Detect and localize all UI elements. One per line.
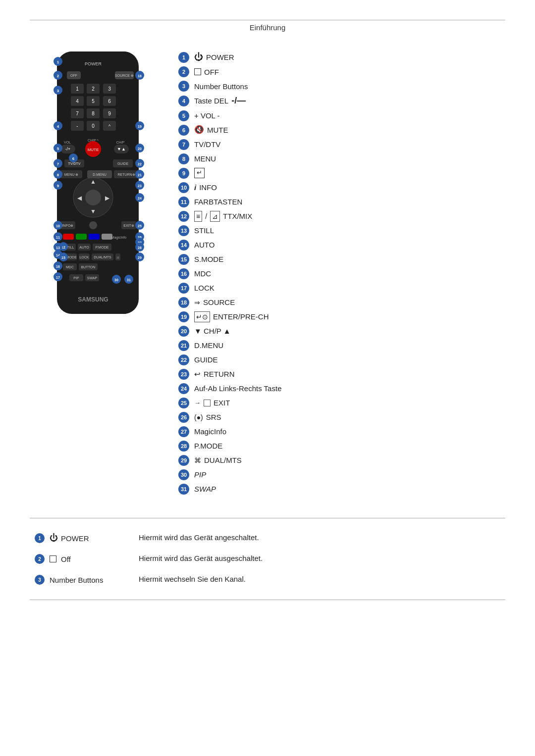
legend-text-20: ▼ CH/P ▲ xyxy=(194,326,231,336)
legend-item: 12 ≡ / ⊿ TTX/MIX xyxy=(178,211,505,222)
svg-text:13: 13 xyxy=(56,246,60,250)
legend-item: 1 ⏻ POWER xyxy=(178,51,505,63)
legend-item: 13 STILL xyxy=(178,225,505,236)
info-i-icon: i xyxy=(194,183,196,193)
legend-item: 20 ▼ CH/P ▲ xyxy=(178,326,505,337)
svg-text:2: 2 xyxy=(57,74,59,78)
legend-num-17: 17 xyxy=(178,283,189,294)
legend-text-25: → EXIT xyxy=(194,398,230,408)
legend-item: 22 GUIDE xyxy=(178,354,505,365)
svg-text:16: 16 xyxy=(56,265,60,268)
legend-text-7: TV/DTV xyxy=(194,140,220,150)
svg-text:SAMSUNG: SAMSUNG xyxy=(78,296,108,303)
legend-item: 23 ↩ RETURN xyxy=(178,369,505,380)
enter-icon: ↵ xyxy=(194,168,205,178)
svg-text:15: 15 xyxy=(61,256,65,259)
mute-icon: 🔇 xyxy=(194,125,204,135)
legend-num-26: 26 xyxy=(178,412,189,423)
svg-text:D.MENU: D.MENU xyxy=(93,173,107,176)
legend-text-11: FARBTASTEN xyxy=(194,197,242,207)
legend-text-12: ≡ / ⊿ TTX/MIX xyxy=(194,211,252,222)
svg-text:6: 6 xyxy=(72,156,75,161)
legend-num-11: 11 xyxy=(178,197,189,207)
svg-text:SOURCE ⊕: SOURCE ⊕ xyxy=(115,74,134,77)
legend-text-26: (●) SRS xyxy=(194,412,221,422)
svg-text:5: 5 xyxy=(92,99,95,104)
legend-num-28: 28 xyxy=(178,441,189,452)
legend-num-14: 14 xyxy=(178,240,189,251)
legend-item: 25 → EXIT xyxy=(178,398,505,408)
legend-item: 19 ↵⊙ ENTER/PRE-CH xyxy=(178,311,505,322)
svg-text:4: 4 xyxy=(57,124,59,129)
svg-text:PIP: PIP xyxy=(73,276,79,280)
page-header: Einführung xyxy=(30,23,505,32)
desc-num-3: 3 xyxy=(35,575,45,585)
legend-text-8: MENU xyxy=(194,154,216,164)
legend-num-10: 10 xyxy=(178,182,189,193)
legend-num-5: 5 xyxy=(178,110,189,121)
svg-text:1: 1 xyxy=(57,60,59,64)
svg-text:10: 10 xyxy=(56,224,60,228)
legend-text-10: i INFO xyxy=(194,183,217,193)
svg-text:8: 8 xyxy=(57,173,59,177)
svg-text:GUIDE: GUIDE xyxy=(117,162,129,165)
legend-num-15: 15 xyxy=(178,254,189,265)
legend-text-27: MagicInfo xyxy=(194,427,226,437)
legend-item: 4 Taste DEL -/— xyxy=(178,95,505,106)
legend-item: 26 (●) SRS xyxy=(178,412,505,423)
legend-text-21: D.MENU xyxy=(194,341,223,351)
desc-text-1: Hiermit wird das Gerät angeschaltet. xyxy=(139,533,505,542)
legend-num-27: 27 xyxy=(178,426,189,437)
off-square-icon xyxy=(194,68,201,75)
legend-item: 17 LOCK xyxy=(178,283,505,294)
page-container: Einführung POWER OFF SOURCE ⊕ 1 xyxy=(0,0,535,630)
source-icon: ⇒ xyxy=(194,298,200,307)
desc-item-1: 1 ⏻ POWER Hiermit wird das Gerät angesch… xyxy=(30,533,505,543)
legend-text-3: Number Buttons xyxy=(194,82,248,92)
legend-item: 10 i INFO xyxy=(178,182,505,193)
svg-text:▶: ▶ xyxy=(105,195,110,202)
svg-text:4: 4 xyxy=(76,99,79,104)
svg-text:7: 7 xyxy=(57,162,59,166)
legend-item: 2 OFF xyxy=(178,66,505,77)
srs-icon: (●) xyxy=(194,413,203,422)
svg-text:22: 22 xyxy=(138,162,142,166)
legend-text-19: ↵⊙ ENTER/PRE-CH xyxy=(194,311,269,322)
del-icon: -/— xyxy=(231,95,246,106)
svg-text:MENU ⊕: MENU ⊕ xyxy=(64,173,79,176)
svg-text:DUAL/MTS: DUAL/MTS xyxy=(94,255,111,259)
legend-num-4: 4 xyxy=(178,96,189,106)
desc-item-3: 3 Number Buttons Hiermit wechseln Sie de… xyxy=(30,575,505,585)
legend-num-21: 21 xyxy=(178,340,189,351)
legend-num-30: 30 xyxy=(178,469,189,480)
remote-illustration: POWER OFF SOURCE ⊕ 1 2 3 4 5 xyxy=(30,47,163,325)
power-icon: ⏻ xyxy=(194,51,203,63)
svg-text:18: 18 xyxy=(138,74,142,78)
desc-label-2: 2 Off xyxy=(30,554,139,564)
legend-num-9: 9 xyxy=(178,168,189,179)
legend-text-24: Auf-Ab Links-Rechts Taste xyxy=(194,384,281,394)
legend-num-19: 19 xyxy=(178,311,189,322)
svg-text:|·|: |·| xyxy=(117,256,119,259)
legend-num-25: 25 xyxy=(178,398,189,408)
legend-text-6: 🔇 MUTE xyxy=(194,125,228,135)
svg-text:EXIT⊕: EXIT⊕ xyxy=(123,224,134,227)
legend-num-3: 3 xyxy=(178,81,189,92)
svg-text:7: 7 xyxy=(76,111,79,116)
ttx-icon: ≡ xyxy=(194,211,202,222)
svg-text:BUTTON: BUTTON xyxy=(81,265,96,269)
svg-text:17: 17 xyxy=(56,276,60,279)
legend-text-23: ↩ RETURN xyxy=(194,369,235,379)
legend-text-17: LOCK xyxy=(194,283,214,293)
legend-text-1: ⏻ POWER xyxy=(194,51,234,63)
desc-off-icon xyxy=(50,555,56,562)
legend-item: 9 ↵ xyxy=(178,168,505,179)
svg-text:◀: ◀ xyxy=(77,195,82,202)
legend-item: 3 Number Buttons xyxy=(178,81,505,92)
desc-num-2: 2 xyxy=(35,554,45,564)
svg-text:31: 31 xyxy=(127,278,131,282)
svg-text:20: 20 xyxy=(138,147,142,151)
desc-item-2: 2 Off Hiermit wird das Gerät ausgeschalt… xyxy=(30,554,505,564)
legend-item: 31 SWAP xyxy=(178,484,505,495)
svg-text:VOL: VOL xyxy=(64,141,71,144)
